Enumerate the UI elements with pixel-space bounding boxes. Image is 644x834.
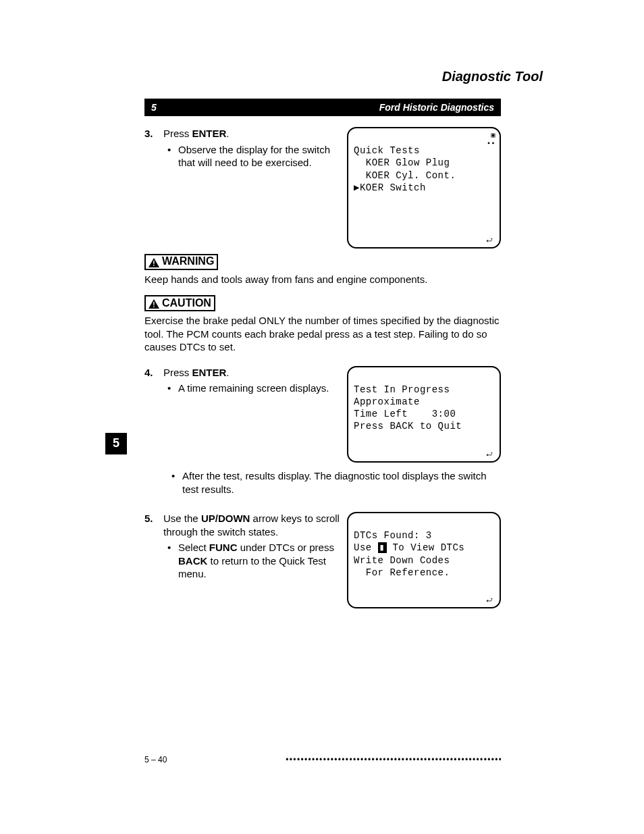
lcd-line: KOER Cyl. Cont. <box>354 170 456 181</box>
warning-text: Keep hands and tools away from fans and … <box>144 273 501 286</box>
lcd-line: Time Left 3:00 <box>354 409 456 419</box>
back-icon: ⮐ <box>486 238 493 244</box>
lcd-line: Press BACK to Quit <box>354 421 462 432</box>
lcd-line: To View DTCs <box>387 542 465 553</box>
back-icon: ⮐ <box>486 598 493 604</box>
lcd-line: For Reference. <box>354 567 450 578</box>
step-number: 4. <box>144 366 159 395</box>
scroll-indicator-icon: ▪▪ <box>487 140 495 147</box>
lcd-screen-dtcs-found: DTCs Found: 3 Use ▮ To View DTCs Write D… <box>347 512 501 608</box>
section-header: 5 Ford Historic Diagnostics <box>144 99 501 116</box>
text: . <box>226 367 229 378</box>
svg-text:!: ! <box>153 260 155 267</box>
step-number: 3. <box>144 127 159 170</box>
lcd-line: KOER Switch <box>360 182 426 193</box>
text: Press <box>163 128 192 139</box>
page-number: 5 – 40 <box>144 755 167 766</box>
bullet-text: Select FUNC under DTCs or press BACK to … <box>178 541 340 581</box>
text: Select <box>178 542 209 553</box>
enter-key-label: ENTER <box>192 367 227 378</box>
side-label: Diagnostic Tool <box>442 68 543 85</box>
page-footer: 5 – 40 • • • • • • • • • • • • • • • • •… <box>144 755 501 766</box>
back-icon: ⮐ <box>486 452 493 459</box>
bullet-icon: • <box>163 541 174 581</box>
bullet-text: Observe the display for the switch that … <box>178 143 340 170</box>
back-key-label: BACK <box>178 555 207 567</box>
warning-triangle-icon: ! <box>149 257 159 267</box>
step-text: Press ENTER. • Observe the display for t… <box>163 127 340 170</box>
lcd-screen-test-progress: Test In Progress Approximate Time Left 3… <box>347 366 501 463</box>
func-key-label: FUNC <box>209 542 238 553</box>
lcd-line: DTCs Found: 3 <box>354 530 432 541</box>
footer-dots: • • • • • • • • • • • • • • • • • • • • … <box>173 755 501 766</box>
step-number: 5. <box>144 512 159 581</box>
cursor-icon: ▶ <box>354 182 360 193</box>
caution-badge: ! CAUTION <box>144 295 215 311</box>
caution-text: Exercise the brake pedal ONLY the number… <box>144 314 501 354</box>
svg-text:!: ! <box>153 301 155 309</box>
lcd-line: KOER Glow Plug <box>354 157 450 168</box>
lcd-screen-quick-tests: Quick Tests KOER Glow Plug KOER Cyl. Con… <box>347 127 501 249</box>
bullet-text: After the test, results display. The dia… <box>182 469 501 496</box>
scroll-up-icon: ▣ <box>491 132 495 139</box>
updown-key-label: UP/DOWN <box>201 513 250 524</box>
warning-label: WARNING <box>162 255 214 269</box>
step-text: Press ENTER. • A time remaining screen d… <box>163 366 340 395</box>
enter-key-label: ENTER <box>192 128 227 139</box>
bullet-icon: • <box>163 143 174 170</box>
text: Use the <box>163 513 201 524</box>
text: Press <box>163 367 192 378</box>
lcd-line: Approximate <box>354 396 420 407</box>
lcd-line: Quick Tests <box>354 145 420 156</box>
section-number: 5 <box>151 101 157 113</box>
bullet-icon: • <box>163 382 174 395</box>
lcd-line: Use <box>354 542 378 553</box>
section-title: Ford Historic Diagnostics <box>379 101 494 113</box>
warning-triangle-icon: ! <box>149 298 159 308</box>
bullet-text: A time remaining screen displays. <box>178 382 329 395</box>
bullet-icon: • <box>167 469 178 496</box>
warning-badge: ! WARNING <box>144 254 218 270</box>
text: . <box>226 128 229 139</box>
page-tab: 5 <box>105 433 127 454</box>
text: under DTCs or press <box>238 542 334 553</box>
lcd-line: Test In Progress <box>354 384 450 395</box>
caution-label: CAUTION <box>162 296 211 311</box>
arrow-block-icon: ▮ <box>378 542 387 553</box>
lcd-line: Write Down Codes <box>354 555 450 566</box>
step-text: Use the UP/DOWN arrow keys to scroll thr… <box>163 512 340 581</box>
